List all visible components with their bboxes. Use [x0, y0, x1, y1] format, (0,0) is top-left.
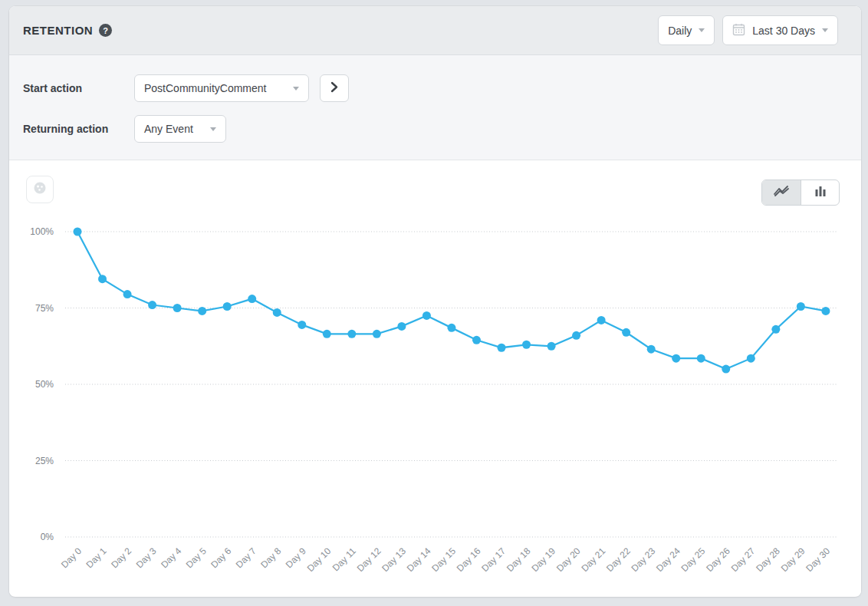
pie-chart-icon [32, 180, 48, 199]
svg-text:Day 15: Day 15 [429, 545, 458, 574]
svg-text:Day 2: Day 2 [109, 545, 133, 570]
svg-text:Day 17: Day 17 [479, 545, 508, 574]
line-chart-toggle[interactable] [762, 180, 801, 205]
start-action-value: PostCommunityComment [144, 82, 267, 94]
svg-text:Day 13: Day 13 [380, 545, 408, 574]
date-range-value: Last 30 Days [752, 25, 815, 37]
date-range-dropdown[interactable]: Last 30 Days [722, 15, 838, 45]
svg-text:Day 11: Day 11 [330, 545, 358, 573]
svg-text:Day 26: Day 26 [704, 545, 732, 574]
svg-text:Day 12: Day 12 [355, 545, 383, 574]
svg-text:Day 23: Day 23 [630, 545, 658, 574]
svg-text:Day 16: Day 16 [455, 545, 483, 574]
svg-text:Day 27: Day 27 [729, 545, 758, 574]
chart-type-toggle [761, 179, 840, 206]
svg-text:Day 18: Day 18 [505, 545, 533, 574]
granularity-dropdown[interactable]: Daily [658, 15, 715, 45]
svg-text:Day 20: Day 20 [554, 545, 583, 574]
svg-text:Day 24: Day 24 [654, 545, 682, 574]
caret-down-icon [822, 28, 828, 32]
svg-text:Day 4: Day 4 [159, 545, 183, 570]
svg-text:Day 25: Day 25 [679, 545, 708, 574]
calendar-icon [732, 23, 745, 38]
svg-text:Day 14: Day 14 [405, 545, 433, 574]
svg-text:Day 21: Day 21 [579, 545, 607, 574]
caret-down-icon [699, 28, 705, 32]
svg-text:Day 0: Day 0 [59, 545, 84, 570]
line-chart-icon [773, 185, 790, 200]
svg-text:50%: 50% [35, 379, 54, 390]
svg-text:Day 6: Day 6 [209, 545, 233, 570]
help-icon[interactable]: ? [99, 24, 112, 37]
bar-chart-icon [814, 185, 827, 200]
svg-text:Day 10: Day 10 [305, 545, 334, 574]
svg-text:Day 29: Day 29 [779, 545, 807, 574]
caret-down-icon [210, 127, 216, 131]
svg-text:Day 19: Day 19 [529, 545, 557, 574]
svg-text:Day 8: Day 8 [258, 545, 283, 570]
svg-text:Day 5: Day 5 [184, 545, 209, 570]
start-action-dropdown[interactable]: PostCommunityComment [134, 74, 309, 102]
page-title: RETENTION [23, 24, 93, 37]
svg-text:75%: 75% [35, 303, 54, 314]
breakdown-button[interactable] [26, 176, 54, 203]
svg-text:Day 7: Day 7 [234, 545, 258, 570]
returning-action-row: Returning action Any Event [23, 115, 861, 143]
chart-section: 100%75%50%25%0%Day 0Day 1Day 2Day 3Day 4… [9, 160, 861, 596]
svg-text:Day 30: Day 30 [804, 545, 832, 574]
action-controls: Start action PostCommunityComment Return… [9, 55, 861, 160]
panel-header: RETENTION ? Daily Last 30 D [9, 6, 861, 55]
caret-down-icon [293, 87, 299, 91]
svg-text:Day 28: Day 28 [754, 545, 782, 574]
svg-text:25%: 25% [35, 456, 54, 466]
bar-chart-toggle[interactable] [801, 180, 839, 205]
svg-text:Day 1: Day 1 [84, 545, 109, 570]
svg-text:Day 22: Day 22 [604, 545, 633, 574]
svg-text:100%: 100% [30, 226, 54, 237]
start-action-row: Start action PostCommunityComment [23, 74, 861, 102]
chevron-right-icon [330, 81, 338, 96]
start-action-expand-button[interactable] [320, 74, 349, 102]
retention-panel: RETENTION ? Daily Last 30 D [9, 6, 861, 597]
svg-text:0%: 0% [41, 532, 54, 542]
header-controls: Daily Last 30 Days [658, 15, 838, 45]
returning-action-dropdown[interactable]: Any Event [134, 115, 226, 143]
returning-action-label: Returning action [23, 123, 134, 135]
retention-line-chart[interactable]: 100%75%50%25%0%Day 0Day 1Day 2Day 3Day 4… [9, 160, 861, 596]
svg-text:Day 3: Day 3 [134, 545, 159, 570]
returning-action-value: Any Event [144, 123, 193, 135]
start-action-label: Start action [23, 82, 134, 94]
granularity-value: Daily [668, 25, 692, 37]
